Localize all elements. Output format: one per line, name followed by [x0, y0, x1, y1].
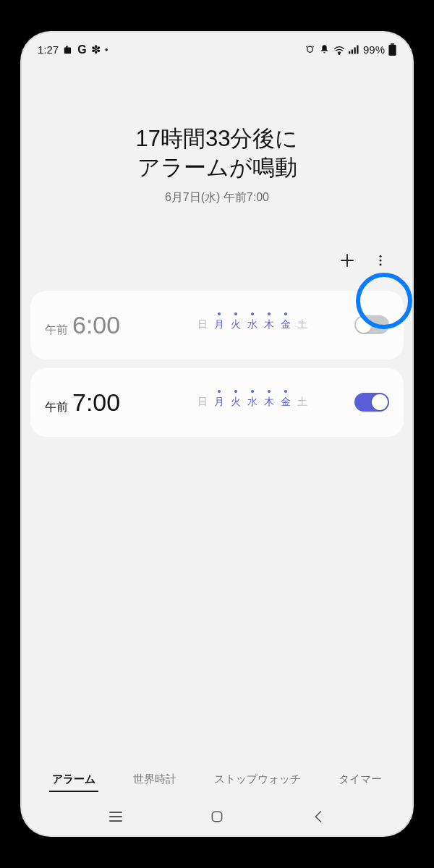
more-options-button[interactable] — [366, 246, 395, 275]
alarm-time-group: 午前 6:00 — [45, 311, 150, 339]
svg-rect-2 — [352, 50, 353, 54]
alarm-time: 6:00 — [72, 311, 120, 339]
status-left: 1:27 G ✽ ● — [38, 43, 109, 56]
status-time: 1:27 — [38, 43, 59, 56]
header-title-line1: 17時間33分後に — [136, 126, 299, 151]
battery-icon — [388, 43, 396, 56]
phone-frame: 1:27 G ✽ ● 99% — [22, 33, 412, 835]
svg-point-0 — [339, 53, 340, 54]
day-sun: 日 — [197, 396, 208, 409]
toggle-knob — [356, 317, 372, 333]
signal-icon — [349, 45, 359, 54]
alarm-ampm: 午前 — [45, 400, 68, 415]
google-icon: G — [77, 43, 86, 56]
dot-icon: ● — [105, 46, 109, 53]
day-thu: 木 — [264, 318, 274, 331]
alarm-time-group: 午前 7:00 — [45, 388, 150, 417]
home-button[interactable] — [203, 808, 231, 825]
alarm-days: 日 月 火 水 木 金 土 — [157, 396, 347, 409]
header-title-line2: アラームが鳴動 — [137, 155, 297, 180]
toolbar — [22, 220, 412, 282]
alarm-list: 午前 6:00 日 月 火 水 木 金 土 午前 7:00 日 月 火 — [22, 291, 412, 437]
mute-icon — [319, 44, 330, 55]
wifi-icon — [333, 45, 345, 55]
toggle-knob — [372, 394, 388, 410]
svg-rect-5 — [388, 45, 396, 56]
status-bar: 1:27 G ✽ ● 99% — [22, 33, 412, 59]
alarm-ampm: 午前 — [45, 323, 68, 338]
tab-world-clock[interactable]: 世界時計 — [130, 768, 179, 792]
day-fri: 金 — [281, 396, 291, 409]
alarm-item[interactable]: 午前 7:00 日 月 火 水 木 金 土 — [30, 368, 404, 437]
svg-rect-15 — [212, 812, 221, 821]
tab-alarm[interactable]: アラーム — [49, 768, 98, 792]
battery-text: 99% — [363, 43, 385, 56]
header-title: 17時間33分後に アラームが鳴動 — [43, 124, 391, 183]
alarm-status-icon — [305, 44, 315, 55]
svg-rect-3 — [354, 48, 355, 54]
alarm-toggle[interactable] — [354, 315, 389, 334]
day-mon: 月 — [214, 318, 224, 331]
day-sat: 土 — [297, 318, 307, 331]
tab-timer[interactable]: タイマー — [336, 768, 385, 792]
recent-apps-button[interactable] — [101, 808, 130, 825]
day-thu: 木 — [264, 396, 274, 409]
day-sun: 日 — [197, 318, 208, 331]
tab-stopwatch[interactable]: ストップウォッチ — [211, 768, 304, 792]
svg-rect-1 — [349, 51, 350, 54]
back-button[interactable] — [304, 808, 333, 825]
header-subtitle: 6月7日(水) 午前7:00 — [43, 190, 391, 205]
svg-point-10 — [380, 259, 382, 261]
day-tue: 火 — [231, 396, 241, 409]
svg-point-9 — [380, 255, 382, 257]
svg-point-11 — [380, 263, 382, 265]
header: 17時間33分後に アラームが鳴動 6月7日(水) 午前7:00 — [22, 59, 412, 220]
alarm-time: 7:00 — [72, 388, 120, 417]
bag-icon — [63, 45, 73, 55]
add-alarm-button[interactable] — [333, 246, 362, 275]
svg-rect-6 — [391, 43, 394, 45]
day-wed: 水 — [247, 318, 258, 331]
alarm-days: 日 月 火 水 木 金 土 — [157, 318, 347, 331]
day-fri: 金 — [281, 318, 291, 331]
alarm-item[interactable]: 午前 6:00 日 月 火 水 木 金 土 — [30, 291, 404, 359]
day-wed: 水 — [247, 396, 258, 409]
status-right: 99% — [305, 43, 396, 56]
day-tue: 火 — [231, 318, 241, 331]
system-nav-bar — [22, 808, 412, 825]
day-sat: 土 — [297, 396, 307, 409]
alarm-toggle[interactable] — [354, 393, 389, 412]
flower-icon: ✽ — [91, 43, 101, 56]
svg-rect-4 — [357, 46, 358, 54]
bottom-tabs: アラーム 世界時計 ストップウォッチ タイマー — [22, 768, 412, 792]
day-mon: 月 — [214, 396, 224, 409]
